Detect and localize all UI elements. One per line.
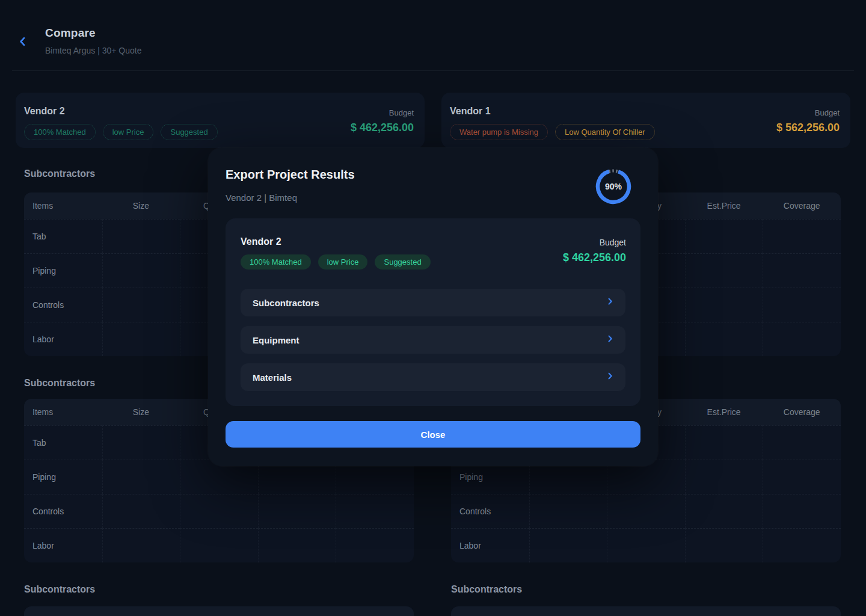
tag-pill: Suggested	[161, 124, 217, 140]
export-row-subcontractors[interactable]: Subcontractors	[241, 289, 625, 316]
table-header-row: ItemsSizeQuantityEst.PriceCoverage	[24, 606, 414, 616]
export-category-list: Subcontractors Equipment Materials	[241, 289, 625, 391]
empty-cell	[102, 322, 180, 356]
section-title: Subcontractors	[24, 168, 95, 179]
subcontractors-table: ItemsSizeQuantityEst.PriceCoverageTabPip…	[451, 606, 841, 616]
column-header-coverage: Coverage	[763, 407, 841, 417]
empty-cell	[763, 219, 841, 253]
chevron-left-icon	[17, 35, 29, 50]
budget-label: Budget	[351, 108, 414, 117]
empty-cell	[336, 528, 414, 562]
vendor-tags: Water pump is Missing Low Quantity Of Ch…	[450, 124, 655, 140]
empty-cell	[685, 494, 763, 528]
export-row-equipment[interactable]: Equipment	[241, 326, 625, 354]
budget-value: $ 462,256.00	[563, 251, 626, 264]
vendor-name: Vendor 1	[450, 106, 491, 117]
empty-cell	[102, 219, 180, 253]
empty-cell	[258, 494, 336, 528]
tag-pill: 100% Matched	[24, 124, 96, 140]
chevron-right-icon	[606, 371, 615, 383]
budget-label: Budget	[563, 238, 626, 247]
column-header-size: Size	[102, 201, 180, 211]
item-cell: Controls	[24, 288, 102, 322]
table-row: Labor	[451, 528, 841, 562]
item-cell: Labor	[24, 528, 102, 562]
item-cell: Piping	[24, 253, 102, 288]
table-row: Controls	[24, 494, 414, 528]
empty-cell	[685, 425, 763, 460]
empty-cell	[102, 460, 180, 494]
export-row-materials[interactable]: Materials	[241, 363, 625, 391]
empty-cell	[607, 528, 685, 562]
modal-subtitle: Vendor 2 | Bimteq	[226, 192, 297, 203]
table-row: Controls	[451, 494, 841, 528]
progress-ring: 90%	[594, 167, 633, 206]
tag-pill: low Price	[318, 254, 368, 270]
tag-pill: Suggested	[375, 254, 430, 270]
table-row: Labor	[24, 528, 414, 562]
empty-cell	[685, 528, 763, 562]
row-label: Subcontractors	[253, 298, 319, 308]
empty-cell	[180, 528, 258, 562]
vendor-name: Vendor 2	[241, 236, 281, 247]
item-cell: Labor	[451, 528, 529, 562]
tag-pill: low Price	[103, 124, 154, 140]
tag-pill-warning: Water pump is Missing	[450, 124, 548, 140]
vendor-tags: 100% Matched low Price Suggested	[241, 254, 431, 270]
section-title: Subcontractors	[24, 378, 95, 389]
empty-cell	[102, 494, 180, 528]
budget-block: Budget $ 562,256.00	[776, 108, 840, 134]
empty-cell	[685, 322, 763, 356]
vendor-tags: 100% Matched low Price Suggested	[24, 124, 218, 140]
modal-vendor-card: Vendor 2 100% Matched low Price Suggeste…	[226, 218, 640, 406]
empty-cell	[763, 322, 841, 356]
progress-value: 90%	[594, 167, 633, 206]
empty-cell	[529, 494, 607, 528]
chevron-right-icon	[606, 334, 615, 346]
close-button[interactable]: Close	[226, 421, 640, 448]
vendor-name: Vendor 2	[24, 106, 65, 117]
subcontractors-table: ItemsSizeQuantityEst.PriceCoverageTabPip…	[24, 606, 414, 616]
column-header-items: Items	[24, 201, 102, 211]
empty-cell	[180, 494, 258, 528]
vendor-card-right: Vendor 1 Water pump is Missing Low Quant…	[441, 93, 850, 148]
row-label: Materials	[253, 372, 292, 383]
empty-cell	[607, 494, 685, 528]
item-cell: Labor	[24, 322, 102, 356]
empty-cell	[529, 528, 607, 562]
empty-cell	[763, 425, 841, 460]
row-label: Equipment	[253, 335, 299, 345]
tag-pill-warning: Low Quantity Of Chiller	[555, 124, 655, 140]
empty-cell	[102, 528, 180, 562]
column-header-est-price: Est.Price	[685, 201, 763, 211]
budget-value: $ 562,256.00	[776, 122, 840, 134]
table-header-row: ItemsSizeQuantityEst.PriceCoverage	[451, 606, 841, 616]
empty-cell	[685, 288, 763, 322]
empty-cell	[763, 253, 841, 288]
item-cell: Controls	[451, 494, 529, 528]
column-header-size: Size	[102, 407, 180, 417]
empty-cell	[763, 288, 841, 322]
empty-cell	[763, 528, 841, 562]
item-cell: Controls	[24, 494, 102, 528]
section-title: Subcontractors	[451, 584, 522, 595]
empty-cell	[763, 494, 841, 528]
empty-cell	[102, 425, 180, 460]
item-cell: Tab	[24, 425, 102, 460]
export-results-modal: Export Project Results Vendor 2 | Bimteq…	[208, 147, 658, 466]
item-cell: Piping	[24, 460, 102, 494]
empty-cell	[336, 494, 414, 528]
empty-cell	[763, 460, 841, 494]
chevron-right-icon	[606, 297, 615, 309]
back-button[interactable]	[14, 34, 31, 51]
vendor-card-left: Vendor 2 100% Matched low Price Suggeste…	[16, 93, 425, 148]
empty-cell	[685, 253, 763, 288]
budget-block: Budget $ 462,256.00	[351, 108, 414, 134]
column-header-coverage: Coverage	[763, 201, 841, 211]
column-header-items: Items	[24, 407, 102, 417]
empty-cell	[685, 460, 763, 494]
compare-page: Compare Bimteq Argus | 30+ Quote Vendor …	[0, 0, 866, 616]
item-cell: Tab	[24, 219, 102, 253]
empty-cell	[258, 528, 336, 562]
tag-pill: 100% Matched	[241, 254, 311, 270]
